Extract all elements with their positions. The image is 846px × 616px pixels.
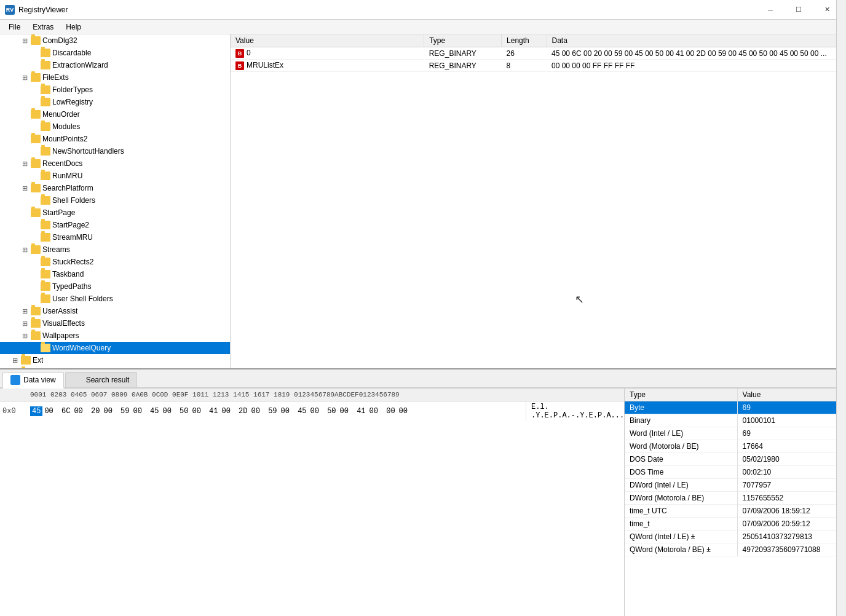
datatype-row[interactable]: Word (Intel / LE)69	[625, 427, 846, 440]
tree-item-label: MountPoints2	[42, 135, 87, 143]
folder-icon	[41, 294, 50, 303]
folder-icon	[41, 344, 50, 352]
tab-searchresult[interactable]: Search result	[65, 372, 138, 387]
tree-item[interactable]: TypedPaths	[0, 280, 230, 293]
hex-editor[interactable]: 0001 0203 0405 0607 0809 0A0B 0C0D 0E0F …	[0, 389, 625, 616]
tree-item[interactable]: MountPoints2	[0, 133, 230, 145]
tree-item[interactable]: StuckRects2	[0, 256, 230, 268]
datatype-row[interactable]: QWord (Intel / LE) ±25051410373279813	[625, 531, 846, 543]
cursor-area: ↖	[575, 293, 587, 305]
folder-icon	[41, 49, 50, 57]
restore-button[interactable]: ☐	[785, 0, 813, 20]
datatype-row[interactable]: Word (Motorola / BE)17664	[625, 440, 846, 453]
tree-item[interactable]: ⊞FileExts	[0, 71, 230, 84]
tab-dataview[interactable]: Data view	[2, 372, 64, 389]
datatype-row[interactable]: time_t UTC07/09/2006 18:59:12	[625, 505, 846, 518]
tree-item[interactable]: StartPage2	[0, 219, 230, 231]
tree-item[interactable]: ExtractionWizard	[0, 59, 230, 71]
datatype-row[interactable]: DWord (Motorola / BE)1157655552	[625, 492, 846, 505]
tree-item[interactable]: User Shell Folders	[0, 293, 230, 305]
tree-item-label: WordWheelQuery	[52, 344, 111, 352]
tree-expander-icon[interactable]: ⊞	[22, 332, 31, 340]
folder-icon	[41, 270, 50, 278]
datatype-value: 69	[737, 427, 846, 440]
tree-expander-icon[interactable]: ⊞	[22, 307, 31, 315]
tree-item[interactable]: ⊞RecentDocs	[0, 157, 230, 170]
tree-expander-icon[interactable]: ⊞	[22, 160, 31, 168]
tab-label: Search result	[86, 376, 130, 384]
folder-icon	[31, 331, 41, 340]
tree-item[interactable]: StartPage	[0, 207, 230, 219]
col-data[interactable]: Data	[547, 34, 846, 47]
values-tbody: B0REG_BINARY2645 00 6C 00 20 00 59 00 45…	[231, 47, 846, 72]
tree-item[interactable]: ⊞Streams	[0, 243, 230, 256]
col-type[interactable]: Type	[424, 34, 502, 47]
data-cell: 45 00 6C 00 20 00 59 00 45 00 50 00 41 0…	[547, 47, 846, 60]
tree-item[interactable]: LowRegistry	[0, 96, 230, 108]
folder-icon	[31, 36, 41, 45]
hex-byte-selected: 45	[30, 406, 42, 416]
tree-item[interactable]: Shell Folders	[0, 194, 230, 207]
tree-scroll[interactable]: ⊞ComDlg32DiscardableExtractionWizard⊞Fil…	[0, 34, 230, 368]
tree-item-label: Streams	[42, 245, 70, 254]
tree-item-label: Ext	[33, 356, 43, 365]
tree-item[interactable]: ⊞Ext	[0, 354, 230, 366]
tree-item[interactable]: ⊞ComDlg32	[0, 34, 230, 47]
datatypes-col-value[interactable]: Value	[737, 389, 846, 401]
tree-item[interactable]: Modules	[0, 120, 230, 133]
datatype-row[interactable]: time_t07/09/2006 20:59:12	[625, 518, 846, 531]
tree-expander-icon[interactable]: ⊞	[22, 320, 31, 328]
tree-item[interactable]: Taskband	[0, 268, 230, 280]
tree-expander-icon[interactable]: ⊞	[22, 74, 31, 82]
data-cell: 00 00 00 00 FF FF FF FF	[547, 60, 846, 72]
tree-item[interactable]: NewShortcutHandlers	[0, 145, 230, 157]
tree-expander-icon[interactable]: ⊞	[12, 357, 21, 365]
tree-item[interactable]: FolderTypes	[0, 84, 230, 96]
datatype-row[interactable]: QWord (Motorola / BE) ±49720937356097710…	[625, 543, 846, 556]
tab-label: Data view	[23, 376, 56, 384]
folder-icon	[31, 159, 41, 168]
table-row[interactable]: BMRUListExREG_BINARY800 00 00 00 FF FF F…	[231, 60, 846, 72]
reg-type-icon: B	[235, 61, 244, 70]
tree-item[interactable]: ⊞Wallpapers	[0, 330, 230, 342]
tree-expander-icon[interactable]: ⊞	[22, 246, 31, 254]
tree-item[interactable]: ⊞Group Policy	[0, 366, 230, 368]
tree-item[interactable]: RunMRU	[0, 170, 230, 182]
folder-icon	[31, 319, 41, 328]
tree-expander-icon[interactable]: ⊞	[22, 37, 31, 45]
datatypes-scrollbar[interactable]	[836, 389, 846, 616]
tree-item[interactable]: ⊞VisualEffects	[0, 317, 230, 330]
col-value[interactable]: Value	[231, 34, 424, 47]
datatype-row[interactable]: Binary01000101	[625, 414, 846, 427]
minimize-button[interactable]: ─	[756, 0, 785, 20]
col-length[interactable]: Length	[502, 34, 547, 47]
menu-item-extras[interactable]: Extras	[26, 22, 60, 33]
tree-item[interactable]: Discardable	[0, 47, 230, 59]
datatype-row[interactable]: DWord (Intel / LE)7077957	[625, 479, 846, 492]
tree-item[interactable]: WordWheelQuery	[0, 342, 230, 354]
menu-item-help[interactable]: Help	[60, 22, 87, 33]
datatype-row[interactable]: Byte69	[625, 401, 846, 414]
datatypes-col-type[interactable]: Type	[625, 389, 737, 401]
reg-type-icon: B	[235, 49, 244, 58]
tree-item[interactable]: StreamMRU	[0, 231, 230, 243]
table-row[interactable]: B0REG_BINARY2645 00 6C 00 20 00 59 00 45…	[231, 47, 846, 60]
datatype-row[interactable]: DOS Date05/02/1980	[625, 453, 846, 466]
values-pane: Value Type Length Data B0REG_BINARY2645 …	[231, 34, 846, 368]
datatype-type: Word (Intel / LE)	[625, 427, 737, 440]
menu-item-file[interactable]: File	[2, 22, 26, 33]
tree-item[interactable]: ⊞SearchPlatform	[0, 182, 230, 194]
main-layout: ⊞ComDlg32DiscardableExtractionWizard⊞Fil…	[0, 34, 846, 616]
datatype-row[interactable]: DOS Time00:02:10	[625, 466, 846, 479]
folder-icon	[31, 135, 41, 143]
tree-item[interactable]: MenuOrder	[0, 108, 230, 120]
folder-icon	[41, 147, 50, 156]
hex-row-bytes: 4500 6C00 2000 5900 4500 5000 4100 2D00 …	[28, 405, 526, 417]
type-cell: REG_BINARY	[424, 47, 502, 60]
tree-item-label: FolderTypes	[52, 85, 93, 94]
tree-expander-icon[interactable]: ⊞	[22, 184, 31, 192]
datatype-type: time_t UTC	[625, 505, 737, 518]
folder-icon	[31, 110, 41, 119]
hex-row-offset: 0x0	[0, 406, 28, 417]
tree-item[interactable]: ⊞UserAssist	[0, 305, 230, 317]
